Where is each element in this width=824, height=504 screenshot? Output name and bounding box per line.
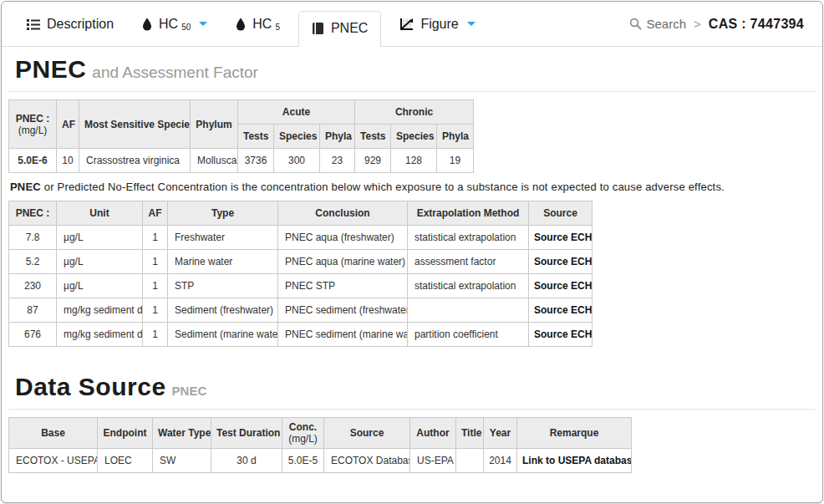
column-header-conc: Conc. (mg/L) (282, 418, 324, 449)
column-header-chronic-phyla: Phyla (437, 125, 474, 149)
tab-hc50[interactable]: HC50 (132, 9, 217, 39)
column-header: Water Type (153, 418, 211, 449)
droplet-icon (142, 18, 152, 31)
table-cell: Source ECHA (529, 250, 593, 274)
column-header-acute-phyla: Phyla (320, 125, 355, 149)
column-header: Type (168, 201, 278, 226)
table-cell: assessment factor (408, 250, 529, 274)
table-cell: statistical extrapolation (408, 274, 529, 298)
table-cell: 1 (143, 274, 168, 298)
chevron-down-icon (467, 22, 476, 26)
table-cell: Source ECHA (529, 274, 593, 298)
tab-label-subscript: 5 (275, 23, 280, 32)
table-cell: 300 (274, 149, 320, 173)
breadcrumb-separator: > (694, 17, 701, 31)
search-link[interactable]: Search (629, 17, 687, 31)
af-table: PNEC : (mg/L) AF Most Sensitive Species … (8, 99, 474, 173)
table-cell: mg/kg sediment dw (57, 323, 143, 347)
table-cell: Crassostrea virginica (79, 149, 191, 173)
pnec-definition-note: PNEC or Predicted No-Effect Concentratio… (10, 181, 816, 193)
header-line: Conc. (287, 421, 318, 433)
source-echa-link[interactable]: Source ECHA (534, 280, 593, 292)
table-row: 676 mg/kg sediment dw 1 Sediment (marine… (9, 323, 593, 347)
column-header: PNEC : (9, 201, 57, 226)
table-cell: STP (168, 274, 278, 298)
table-cell: 3736 (238, 149, 274, 173)
table-cell: statistical extrapolation (408, 226, 529, 250)
column-group-acute: Acute (238, 100, 355, 125)
tab-hc5[interactable]: HC5 (226, 9, 290, 39)
table-cell: 87 (9, 298, 57, 323)
datasource-section-head: Data SourcePNEC (8, 364, 816, 410)
table-cell: PNEC aqua (marine water) (278, 250, 408, 274)
table-cell: 23 (320, 149, 355, 173)
table-row: 5.2 µg/L 1 Marine water PNEC aqua (marin… (9, 250, 593, 274)
table-row: 5.0E-6 10 Crassostrea virginica Mollusca… (9, 149, 474, 173)
chart-icon (399, 18, 414, 31)
datasource-table: Base Endpoint Water Type Test Duration C… (8, 417, 632, 473)
column-header-acute-tests: Tests (238, 125, 274, 149)
table-cell: µg/L (57, 226, 143, 250)
column-header-species: Most Sensitive Species (79, 100, 191, 149)
column-header: Title (456, 418, 484, 449)
nav-right: Search > CAS : 7447394 (629, 17, 805, 32)
column-header: Test Duration (211, 418, 282, 449)
droplet-icon (236, 18, 246, 31)
column-header: Unit (57, 201, 143, 226)
af-header-row-1: PNEC : (mg/L) AF Most Sensitive Species … (9, 100, 474, 125)
table-cell: 1 (143, 323, 168, 347)
column-header: Conclusion (278, 201, 408, 226)
source-echa-link[interactable]: Source ECHA (534, 304, 593, 316)
tab-description[interactable]: Description (17, 9, 124, 39)
table-cell-pnec-value: 5.0E-6 (9, 149, 57, 173)
datasource-header-row: Base Endpoint Water Type Test Duration C… (9, 418, 632, 449)
table-cell: Marine water (168, 250, 278, 274)
column-header: Extrapolation Method (408, 201, 529, 226)
table-row: 87 mg/kg sediment dw 1 Sediment (freshwa… (9, 298, 593, 323)
table-cell: PNEC aqua (freshwater) (278, 226, 408, 250)
table-row: 7.8 µg/L 1 Freshwater PNEC aqua (freshwa… (9, 226, 593, 250)
column-header: AF (143, 201, 168, 226)
tab-pnec[interactable]: PNEC (298, 11, 381, 47)
search-label: Search (647, 17, 687, 31)
table-cell: Source ECHA (529, 323, 593, 347)
column-header: Remarque (517, 418, 632, 449)
table-cell: Source ECHA (529, 298, 593, 323)
column-group-chronic: Chronic (355, 100, 474, 125)
tab-figure[interactable]: Figure (389, 9, 485, 39)
table-cell: 676 (9, 323, 57, 347)
pnec-table: PNEC : Unit AF Type Conclusion Extrapola… (8, 201, 593, 347)
table-cell: PNEC sediment (freshwater) (278, 298, 408, 323)
tab-label: Description (47, 17, 114, 32)
table-cell (456, 449, 484, 473)
list-icon (27, 18, 40, 31)
column-header: Year (484, 418, 517, 449)
cas-number: CAS : 7447394 (709, 17, 804, 32)
table-cell: ECOTOX - USEPA (9, 449, 98, 473)
table-row: 230 µg/L 1 STP PNEC STP statistical extr… (9, 274, 593, 298)
table-cell: ECOTOX Database (324, 449, 410, 473)
datasource-subtitle: PNEC (172, 384, 207, 398)
header-line: (mg/L) (14, 125, 51, 136)
usepa-database-link[interactable]: Link to USEPA database (522, 455, 632, 466)
table-cell: 2014 (484, 449, 517, 473)
table-cell: PNEC sediment (marine water) (278, 323, 408, 347)
table-cell: Link to USEPA database (517, 449, 632, 473)
source-echa-link[interactable]: Source ECHA (534, 328, 593, 340)
search-icon (629, 18, 642, 30)
table-cell: Mollusca (191, 149, 238, 173)
tab-label: PNEC (331, 21, 368, 36)
column-header: Source (324, 418, 410, 449)
header-line: (mg/L) (287, 433, 318, 445)
header-line: PNEC : (14, 113, 51, 125)
source-echa-link[interactable]: Source ECHA (534, 232, 593, 243)
column-header-af: AF (57, 100, 79, 149)
nav-bar: Description HC50 HC5 PNEC (2, 2, 822, 47)
table-cell: LOEC (98, 449, 153, 473)
tab-label: Figure (420, 17, 458, 32)
source-echa-link[interactable]: Source ECHA (534, 256, 593, 267)
table-cell: 5.2 (9, 250, 57, 274)
table-cell: µg/L (57, 274, 143, 298)
table-cell: US-EPA (410, 449, 456, 473)
column-header: Author (410, 418, 456, 449)
